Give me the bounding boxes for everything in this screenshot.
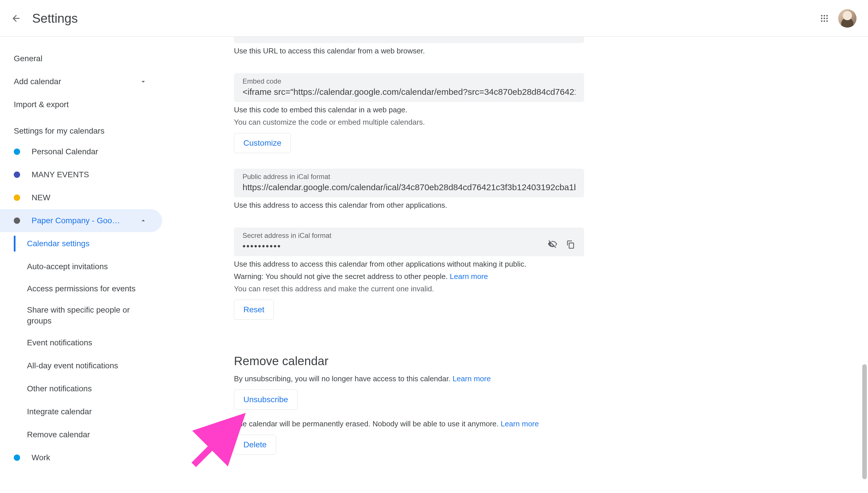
calendar-color-dot [14, 149, 20, 155]
url-helper: Use this URL to access this calendar fro… [234, 45, 584, 57]
page-title: Settings [32, 11, 78, 26]
learn-more-link[interactable]: Learn more [450, 272, 488, 281]
secret-ical-helper-2: Warning: You should not give the secret … [234, 271, 584, 282]
calendar-color-dot [14, 172, 20, 178]
header-bar: Settings [0, 0, 868, 37]
delete-helper: The calendar will be permanently erased.… [234, 418, 584, 429]
sidebar-item-many-events[interactable]: MANY EVENTS [0, 163, 162, 186]
sidebar-item-label: Work [31, 453, 149, 462]
chevron-up-icon [138, 215, 149, 226]
field-label: Secret address in iCal format [243, 232, 575, 240]
sidebar-item-label: All-day event notifications [27, 361, 149, 370]
sidebar-sub-access-permissions[interactable]: Access permissions for events [0, 278, 162, 299]
sidebar-item-label: Paper Company - Goo… [31, 216, 138, 225]
field-label: Public address in iCal format [243, 173, 575, 181]
sidebar-item-label: Share with specific people or groups [27, 304, 149, 326]
field-icons [547, 239, 575, 249]
helper-text: The calendar will be permanently erased.… [234, 420, 501, 428]
visibility-off-icon[interactable] [547, 239, 558, 249]
sidebar-item-import-export[interactable]: Import & export [0, 93, 162, 116]
sidebar-item-label: Integrate calendar [27, 407, 149, 416]
sidebar-item-label: Event notifications [27, 338, 149, 347]
sidebar-sub-calendar-settings[interactable]: Calendar settings [0, 232, 162, 255]
calendar-color-dot [14, 194, 20, 201]
url-field[interactable] [234, 37, 584, 43]
public-ical-field[interactable]: Public address in iCal format https://ca… [234, 169, 584, 197]
secret-ical-helper-3: You can reset this address and make the … [234, 283, 584, 295]
sidebar-sub-other-notifications[interactable]: Other notifications [0, 377, 162, 400]
field-value: https://calendar.google.com/calendar/ica… [243, 183, 575, 192]
scrollbar[interactable] [861, 37, 868, 493]
sidebar-item-label: Auto-accept invitations [27, 262, 149, 271]
svg-line-11 [194, 422, 237, 465]
sidebar-sub-integrate-calendar[interactable]: Integrate calendar [0, 400, 162, 423]
content: Use this URL to access this calendar fro… [162, 37, 868, 493]
learn-more-link[interactable]: Learn more [453, 374, 491, 383]
sidebar-item-new[interactable]: NEW [0, 186, 162, 209]
sidebar-item-label: MANY EVENTS [31, 170, 149, 179]
helper-text: By unsubscribing, you will no longer hav… [234, 374, 453, 383]
unsubscribe-button[interactable]: Unsubscribe [234, 390, 298, 410]
embed-helper-1: Use this code to embed this calendar in … [234, 104, 584, 115]
sidebar: General Add calendar Import & export Set… [0, 37, 162, 493]
sidebar-item-label: Calendar settings [27, 239, 149, 248]
secret-ical-field[interactable]: Secret address in iCal format •••••••••• [234, 228, 584, 256]
svg-point-5 [826, 18, 828, 19]
svg-point-6 [821, 20, 822, 22]
learn-more-link[interactable]: Learn more [501, 420, 539, 428]
reset-button[interactable]: Reset [234, 300, 274, 320]
sidebar-item-add-calendar[interactable]: Add calendar [0, 70, 162, 93]
svg-point-7 [823, 20, 825, 22]
customize-button[interactable]: Customize [234, 133, 291, 153]
remove-calendar-title: Remove calendar [234, 354, 584, 368]
delete-button[interactable]: Delete [234, 435, 276, 455]
svg-point-4 [823, 18, 825, 19]
sidebar-item-personal-calendar[interactable]: Personal Calendar [0, 140, 162, 163]
embed-code-field[interactable]: Embed code <iframe src="https://calendar… [234, 73, 584, 102]
helper-text: Warning: You should not give the secret … [234, 272, 450, 281]
back-icon[interactable] [9, 12, 23, 25]
sidebar-item-label: NEW [31, 193, 149, 202]
sidebar-item-label: Add calendar [14, 77, 138, 86]
sidebar-item-label: General [14, 54, 149, 63]
sidebar-item-label: Personal Calendar [31, 147, 149, 156]
sidebar-item-label: Access permissions for events [27, 283, 149, 294]
sidebar-sub-auto-accept[interactable]: Auto-accept invitations [0, 255, 162, 278]
sidebar-sub-remove-calendar[interactable]: Remove calendar [0, 423, 162, 446]
sidebar-sub-allday-notifications[interactable]: All-day event notifications [0, 354, 162, 377]
svg-point-2 [826, 15, 828, 16]
sidebar-section-header: Settings for my calendars [0, 116, 162, 140]
svg-point-8 [826, 20, 828, 22]
calendar-color-dot [14, 217, 20, 224]
copy-icon[interactable] [565, 239, 575, 249]
public-ical-helper: Use this address to access this calendar… [234, 200, 584, 211]
embed-helper-2: You can customize the code or embed mult… [234, 116, 584, 128]
field-value: •••••••••• [243, 241, 575, 251]
calendar-color-dot [14, 454, 20, 461]
sidebar-item-work[interactable]: Work [0, 446, 162, 469]
header-actions [818, 9, 856, 27]
apps-icon[interactable] [818, 12, 831, 25]
unsubscribe-helper: By unsubscribing, you will no longer hav… [234, 373, 584, 384]
sidebar-item-label: Other notifications [27, 384, 149, 393]
svg-rect-9 [569, 243, 574, 248]
field-label: Embed code [243, 77, 575, 85]
sidebar-sub-share-specific[interactable]: Share with specific people or groups [0, 299, 162, 331]
scrollbar-thumb[interactable] [862, 364, 867, 479]
sidebar-item-paper-company[interactable]: Paper Company - Goo… [0, 209, 162, 232]
chevron-down-icon [138, 77, 149, 87]
svg-point-0 [821, 15, 822, 16]
field-value: <iframe src="https://calendar.google.com… [243, 87, 575, 97]
sidebar-item-label: Import & export [14, 100, 149, 109]
sidebar-sub-event-notifications[interactable]: Event notifications [0, 331, 162, 354]
svg-point-1 [823, 15, 825, 16]
sidebar-item-general[interactable]: General [0, 47, 162, 70]
sidebar-item-label: Remove calendar [27, 430, 149, 439]
avatar[interactable] [838, 9, 856, 27]
secret-ical-helper-1: Use this address to access this calendar… [234, 259, 584, 270]
svg-point-3 [821, 18, 822, 19]
